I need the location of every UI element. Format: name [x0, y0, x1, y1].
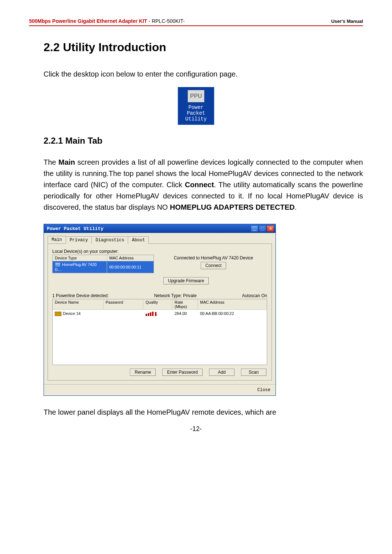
tab-about[interactable]: About [128, 236, 149, 244]
cell-password [103, 310, 143, 317]
section-intro: Click the desktop icon below to enter th… [44, 69, 363, 80]
header-sep: - [148, 18, 150, 24]
header-divider [29, 25, 363, 26]
connect-button[interactable]: Connect [201, 262, 226, 269]
subsection-paragraph: The Main screen provides a list of all p… [44, 157, 363, 213]
document-header: 500Mbps Powerline Gigabit Ethernet Adapt… [29, 18, 363, 25]
desktop-icon-wrap: PPU Power Packet Utility [29, 87, 363, 125]
local-devices-label: Local Device(s) on your computer: [52, 249, 267, 254]
para-homeplug-bold: HOMEPLUG ADAPTERS DETECTED [170, 203, 295, 211]
cell-device-type-text: HomePlug AV 7420 D… [55, 262, 97, 272]
add-button[interactable]: Add [209, 369, 234, 376]
tab-main[interactable]: Main [48, 236, 66, 243]
bottom-button-row: Rename Enter Password Add Scan [52, 369, 267, 376]
cell-quality: … [143, 310, 172, 317]
device-icon [55, 312, 61, 316]
col-device-name: Device Name [53, 299, 103, 309]
window-title: Power Packet Utility [45, 226, 251, 231]
enter-password-button[interactable]: Enter Password [162, 369, 203, 376]
rename-button[interactable]: Rename [130, 369, 156, 376]
network-status-line: 1 Powerline Device detected: Network Typ… [52, 293, 267, 298]
quality-bars-icon: … [146, 312, 156, 316]
cell-device-type: HomePlug AV 7420 D… [53, 261, 107, 273]
close-button[interactable]: ✕ [267, 225, 274, 232]
net-table-header: Device Name Password Quality Rate (Mbps)… [53, 299, 267, 310]
local-devices-table[interactable]: Device Type MAC Address HomePlug AV 7420… [52, 255, 154, 273]
titlebar[interactable]: Power Packet Utility _ ▢ ✕ [44, 224, 275, 233]
window-controls: _ ▢ ✕ [251, 225, 274, 232]
connected-status: Connected to HomePlug AV 7420 Device [160, 255, 267, 260]
cell-mac: 00:00:00:00:00:11 [107, 264, 144, 270]
subsection-title: 2.2.1 Main Tab [44, 136, 363, 146]
col-mac: MAC Address [107, 255, 136, 261]
app-window: Power Packet Utility _ ▢ ✕ Main Privacy … [44, 224, 276, 396]
footer-close-link[interactable]: Close [257, 387, 270, 393]
icon-line2: Packet [178, 110, 214, 116]
maximize-button[interactable]: ▢ [259, 225, 266, 232]
local-table-header: Device Type MAC Address [53, 255, 154, 261]
col-device-type: Device Type [53, 255, 107, 261]
local-table-row[interactable]: HomePlug AV 7420 D… 00:00:00:00:00:11 [53, 261, 154, 273]
product-name: 500Mbps Powerline Gigabit Ethernet Adapt… [29, 18, 147, 24]
ppu-icon: PPU [188, 90, 204, 102]
trailing-paragraph: The lower panel displays all the HomePlu… [44, 407, 363, 418]
cell-mac: 00:AA:BB:00:00:22 [198, 310, 267, 317]
detected-count: 1 Powerline Device detected: [52, 293, 109, 298]
scan-button[interactable]: Scan [241, 369, 266, 376]
col-quality: Quality [143, 299, 172, 309]
window-footer: Close [44, 384, 275, 395]
para-connect-bold: Connect [185, 181, 214, 189]
network-devices-table[interactable]: Device Name Password Quality Rate (Mbps)… [52, 299, 267, 365]
cell-rate: 284.00 [172, 310, 198, 317]
minimize-button[interactable]: _ [251, 225, 258, 232]
icon-line1: Power [178, 104, 214, 110]
local-right-column: Connected to HomePlug AV 7420 Device Con… [160, 255, 267, 286]
product-model: RPLC-500KIT- [152, 18, 185, 24]
para-part: The [44, 158, 58, 166]
icon-line3: Utility [178, 116, 214, 122]
cell-device-name: Device 14 [53, 310, 103, 317]
page-number: -12- [29, 425, 363, 433]
col-rate: Rate (Mbps) [172, 299, 198, 309]
table-row[interactable]: Device 14 … 284.00 00:AA:BB:00:00:22 [53, 310, 267, 317]
tab-bar: Main Privacy Diagnostics About [48, 236, 272, 244]
doc-header-left: 500Mbps Powerline Gigabit Ethernet Adapt… [29, 18, 185, 24]
tab-privacy[interactable]: Privacy [66, 236, 92, 244]
table-empty-space [53, 317, 267, 365]
doc-header-right: User's Manual [331, 19, 363, 24]
section-title: 2.2 Utility Introduction [44, 41, 363, 54]
main-tab-panel: Local Device(s) on your computer: Device… [48, 244, 272, 381]
para-part: . [295, 203, 297, 211]
window-body: Main Privacy Diagnostics About Local Dev… [44, 233, 275, 384]
para-main-bold: Main [58, 158, 75, 166]
tab-diagnostics[interactable]: Diagnostics [91, 236, 128, 244]
desktop-icon[interactable]: PPU Power Packet Utility [178, 87, 214, 125]
col-mac-address: MAC Address [198, 299, 267, 309]
autoscan-status: Autoscan On [242, 293, 267, 298]
network-type: Network Type: Private [154, 293, 196, 298]
adapter-icon [55, 262, 61, 267]
cell-device-name-text: Device 14 [63, 311, 81, 316]
upgrade-firmware-button[interactable]: Upgrade Firmware [163, 277, 209, 284]
col-password: Password [103, 299, 143, 309]
